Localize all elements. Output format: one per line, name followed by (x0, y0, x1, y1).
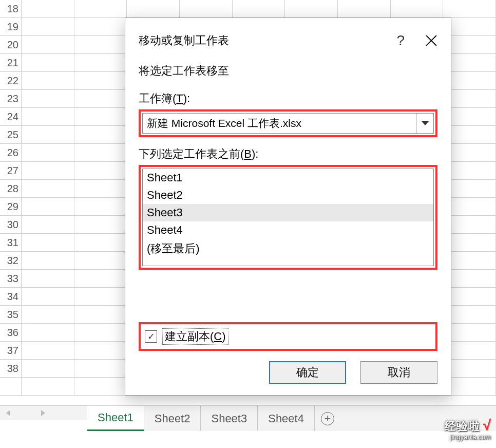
cell[interactable] (74, 54, 127, 71)
list-item[interactable]: Sheet3 (143, 204, 433, 221)
row-header[interactable]: 19 (0, 18, 22, 35)
cell[interactable] (74, 36, 127, 53)
cell[interactable] (285, 0, 338, 17)
cancel-button[interactable]: 取消 (360, 361, 437, 384)
cell[interactable] (22, 198, 74, 215)
sheet-tab-bar: Sheet1Sheet2Sheet3Sheet4+ (87, 405, 496, 431)
help-icon[interactable]: ? (396, 32, 405, 49)
row-header[interactable]: 24 (0, 108, 22, 125)
cell[interactable] (22, 270, 74, 287)
sheet-listbox[interactable]: Sheet1Sheet2Sheet3Sheet4(移至最后) (142, 169, 434, 266)
cell[interactable] (22, 360, 74, 377)
workbook-combobox[interactable]: 新建 Microsoft Excel 工作表.xlsx (142, 113, 434, 134)
cell[interactable] (22, 288, 74, 305)
sheet-tab[interactable]: Sheet2 (144, 406, 201, 431)
cell[interactable] (74, 306, 127, 323)
list-item[interactable]: Sheet1 (143, 169, 433, 186)
row-header[interactable]: 20 (0, 36, 22, 53)
row-header[interactable]: 26 (0, 144, 22, 161)
cell[interactable] (233, 0, 285, 17)
list-item[interactable]: Sheet4 (143, 221, 433, 239)
cell[interactable] (22, 54, 74, 71)
row-header[interactable]: 30 (0, 216, 22, 233)
dialog-subtitle: 将选定工作表移至 (139, 63, 437, 79)
cell[interactable] (22, 144, 74, 161)
cell[interactable] (22, 162, 74, 179)
new-sheet-button[interactable]: + (315, 406, 340, 431)
cell[interactable] (22, 342, 74, 359)
row-header[interactable]: 23 (0, 90, 22, 107)
cell[interactable] (338, 0, 391, 17)
cell[interactable] (74, 90, 127, 107)
sheet-listbox-highlight: Sheet1Sheet2Sheet3Sheet4(移至最后) (139, 165, 437, 270)
row-header[interactable]: 27 (0, 162, 22, 179)
list-item[interactable]: Sheet2 (143, 186, 433, 204)
cell[interactable] (74, 108, 127, 125)
cell[interactable] (74, 144, 127, 161)
scroll-right-icon[interactable] (41, 410, 45, 416)
sheet-tab[interactable]: Sheet3 (201, 406, 258, 431)
cell[interactable] (22, 252, 74, 269)
cell[interactable] (74, 378, 127, 395)
sheet-tab[interactable]: Sheet1 (87, 406, 144, 431)
cell[interactable] (22, 0, 74, 17)
cell[interactable] (74, 324, 127, 341)
row-header[interactable]: 18 (0, 0, 22, 17)
cell[interactable] (74, 252, 127, 269)
cell[interactable] (22, 216, 74, 233)
cell[interactable] (74, 72, 127, 89)
row-header[interactable]: 34 (0, 288, 22, 305)
cell[interactable] (22, 180, 74, 197)
close-icon[interactable] (425, 34, 437, 47)
cell[interactable] (127, 0, 180, 17)
cell[interactable] (22, 306, 74, 323)
scroll-left-icon[interactable] (6, 410, 10, 416)
dialog-titlebar: 移动或复制工作表 ? (139, 32, 437, 49)
cell[interactable] (74, 198, 127, 215)
combobox-dropdown-button[interactable] (416, 114, 433, 133)
sheet-tab[interactable]: Sheet4 (258, 406, 315, 431)
grid-row[interactable]: 18 (0, 0, 496, 18)
cell[interactable] (74, 234, 127, 251)
cell[interactable] (74, 360, 127, 377)
cell[interactable] (74, 342, 127, 359)
cell[interactable] (180, 0, 233, 17)
row-header[interactable] (0, 378, 22, 395)
row-header[interactable]: 35 (0, 306, 22, 323)
row-header[interactable]: 29 (0, 198, 22, 215)
cell[interactable] (74, 180, 127, 197)
row-header[interactable]: 22 (0, 72, 22, 89)
list-item[interactable]: (移至最后) (143, 239, 433, 258)
row-header[interactable]: 32 (0, 252, 22, 269)
row-header[interactable]: 25 (0, 126, 22, 143)
workbook-combo-highlight: 新建 Microsoft Excel 工作表.xlsx (139, 109, 437, 137)
row-header[interactable]: 21 (0, 54, 22, 71)
cell[interactable] (22, 36, 74, 53)
row-header[interactable]: 33 (0, 270, 22, 287)
cell[interactable] (74, 288, 127, 305)
horizontal-scroll-nav[interactable] (0, 405, 87, 420)
row-header[interactable]: 37 (0, 342, 22, 359)
cell[interactable] (443, 0, 496, 17)
ok-button[interactable]: 确定 (269, 361, 346, 384)
cell[interactable] (391, 0, 444, 17)
cell[interactable] (74, 216, 127, 233)
create-copy-checkbox[interactable]: ✓ (145, 330, 157, 343)
row-header[interactable]: 31 (0, 234, 22, 251)
cell[interactable] (22, 72, 74, 89)
cell[interactable] (74, 126, 127, 143)
cell[interactable] (74, 0, 127, 17)
cell[interactable] (22, 324, 74, 341)
row-header[interactable]: 28 (0, 180, 22, 197)
row-header[interactable]: 36 (0, 324, 22, 341)
row-header[interactable]: 38 (0, 360, 22, 377)
cell[interactable] (22, 108, 74, 125)
cell[interactable] (74, 18, 127, 35)
cell[interactable] (22, 126, 74, 143)
cell[interactable] (22, 18, 74, 35)
cell[interactable] (22, 90, 74, 107)
cell[interactable] (22, 234, 74, 251)
cell[interactable] (74, 162, 127, 179)
cell[interactable] (74, 270, 127, 287)
cell[interactable] (22, 378, 74, 395)
